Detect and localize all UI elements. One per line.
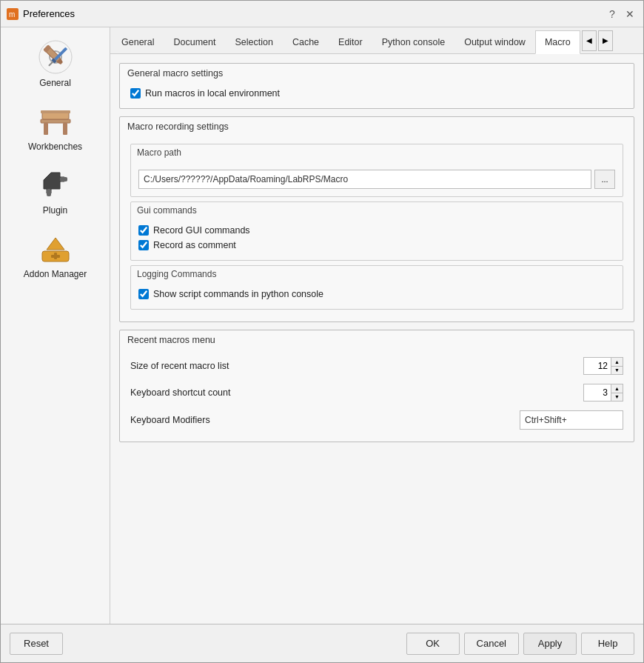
recent-macro-size-spinbox: ▲ ▼ bbox=[583, 357, 623, 375]
svg-rect-14 bbox=[41, 110, 70, 113]
tab-macro[interactable]: Macro bbox=[535, 30, 580, 54]
recent-macro-size-input[interactable] bbox=[584, 358, 611, 374]
keyboard-modifiers-row: Keyboard Modifiers bbox=[130, 406, 623, 434]
macro-recording-section: Macro recording settings Macro path ... bbox=[119, 116, 634, 322]
tab-cache[interactable]: Cache bbox=[283, 30, 329, 54]
close-button[interactable]: ✕ bbox=[623, 7, 637, 21]
title-bar-left: m Preferences bbox=[7, 8, 75, 20]
cancel-button[interactable]: Cancel bbox=[464, 633, 519, 655]
keyboard-shortcut-row: Keyboard shortcut count ▲ ▼ bbox=[130, 379, 623, 406]
logging-commands-inner: Show script commands in python console bbox=[131, 282, 623, 309]
tab-nav-right[interactable]: ▶ bbox=[598, 30, 613, 51]
svg-rect-15 bbox=[60, 177, 67, 181]
plugin-icon bbox=[38, 167, 73, 202]
record-gui-label: Record GUI commands bbox=[153, 225, 250, 236]
ok-button[interactable]: OK bbox=[406, 633, 460, 655]
macro-recording-title: Macro recording settings bbox=[120, 117, 634, 135]
app-icon: m bbox=[7, 8, 19, 20]
tab-output-window[interactable]: Output window bbox=[455, 30, 535, 54]
record-gui-row: Record GUI commands bbox=[138, 223, 615, 238]
keyboard-shortcut-buttons: ▲ ▼ bbox=[611, 384, 623, 401]
preferences-window: m Preferences ? ✕ bbox=[0, 0, 644, 663]
keyboard-shortcut-down[interactable]: ▼ bbox=[611, 393, 623, 402]
keyboard-shortcut-input[interactable] bbox=[584, 384, 611, 401]
recent-macro-size-up[interactable]: ▲ bbox=[611, 358, 623, 367]
content-area: General macro settings Run macros in loc… bbox=[110, 54, 643, 624]
run-macros-checkbox[interactable] bbox=[130, 88, 141, 99]
keyboard-modifiers-label: Keyboard Modifiers bbox=[130, 415, 520, 425]
sidebar-item-general[interactable]: General bbox=[4, 33, 107, 94]
svg-rect-16 bbox=[47, 189, 51, 196]
show-script-checkbox[interactable] bbox=[138, 289, 149, 299]
recent-macros-title: Recent macros menu bbox=[120, 330, 634, 348]
keyboard-modifiers-input[interactable] bbox=[520, 410, 623, 430]
svg-marker-18 bbox=[47, 238, 64, 250]
svg-rect-20 bbox=[54, 253, 57, 259]
svg-text:m: m bbox=[9, 10, 15, 19]
general-icon bbox=[38, 39, 73, 75]
run-macros-label: Run macros in local environment bbox=[145, 88, 280, 99]
gui-commands-subsection: Gui commands Record GUI commands Record … bbox=[130, 201, 623, 261]
svg-rect-13 bbox=[63, 123, 67, 135]
help-window-button[interactable]: ? bbox=[605, 7, 620, 21]
recent-macros-section: Recent macros menu Size of recent macro … bbox=[119, 330, 634, 442]
show-script-row: Show script commands in python console bbox=[138, 287, 615, 301]
gui-commands-inner: Record GUI commands Record as comment bbox=[131, 219, 623, 260]
sidebar-workbenches-label: Workbenches bbox=[28, 141, 82, 152]
main-content: General Workbenches bbox=[1, 27, 643, 624]
reset-button[interactable]: Reset bbox=[10, 633, 63, 655]
tab-nav-left[interactable]: ◀ bbox=[582, 30, 597, 51]
addon-manager-icon bbox=[38, 230, 73, 266]
record-comment-checkbox[interactable] bbox=[138, 240, 149, 250]
workbenches-icon bbox=[38, 103, 73, 139]
sidebar-addon-manager-label: Addon Manager bbox=[24, 269, 87, 279]
sidebar-plugin-label: Plugin bbox=[43, 205, 67, 216]
tab-selection[interactable]: Selection bbox=[225, 30, 282, 54]
record-gui-checkbox[interactable] bbox=[138, 225, 149, 236]
help-button[interactable]: Help bbox=[581, 633, 634, 655]
macro-path-input[interactable] bbox=[138, 170, 591, 189]
sidebar-general-label: General bbox=[39, 78, 71, 88]
tab-document[interactable]: Document bbox=[164, 30, 225, 54]
recent-macro-size-down[interactable]: ▼ bbox=[611, 367, 623, 375]
macro-path-row: ... bbox=[138, 170, 615, 189]
bottom-right-buttons: OK Cancel Apply Help bbox=[406, 633, 634, 655]
keyboard-shortcut-up[interactable]: ▲ bbox=[611, 384, 623, 393]
macro-recording-inner: Macro path ... Gui commands bbox=[120, 135, 634, 321]
recent-macro-size-label: Size of recent macro list bbox=[130, 361, 583, 371]
title-bar-controls: ? ✕ bbox=[605, 7, 637, 21]
sidebar-item-plugin[interactable]: Plugin bbox=[4, 161, 107, 221]
browse-button[interactable]: ... bbox=[594, 170, 615, 189]
sidebar-item-workbenches[interactable]: Workbenches bbox=[4, 97, 107, 158]
tab-python-console[interactable]: Python console bbox=[372, 30, 455, 54]
svg-rect-9 bbox=[48, 61, 53, 67]
macro-path-inner: ... bbox=[131, 161, 623, 196]
record-comment-row: Record as comment bbox=[138, 238, 615, 253]
title-bar: m Preferences ? ✕ bbox=[1, 1, 643, 27]
window-title: Preferences bbox=[23, 8, 75, 19]
gui-commands-title: Gui commands bbox=[131, 202, 623, 219]
general-macro-title: General macro settings bbox=[120, 64, 634, 81]
right-panel: General Document Selection Cache Editor … bbox=[110, 27, 643, 624]
tab-editor[interactable]: Editor bbox=[329, 30, 372, 54]
tab-general[interactable]: General bbox=[112, 30, 164, 54]
logging-commands-title: Logging Commands bbox=[131, 266, 623, 282]
macro-path-title: Macro path bbox=[131, 144, 623, 161]
svg-rect-10 bbox=[41, 119, 70, 123]
sidebar: General Workbenches bbox=[1, 27, 110, 624]
tabs-bar: General Document Selection Cache Editor … bbox=[110, 27, 643, 54]
recent-macro-size-row: Size of recent macro list ▲ ▼ bbox=[130, 353, 623, 379]
keyboard-shortcut-spinbox: ▲ ▼ bbox=[583, 384, 623, 402]
logging-commands-subsection: Logging Commands Show script commands in… bbox=[130, 265, 623, 310]
show-script-label: Show script commands in python console bbox=[153, 289, 323, 299]
svg-rect-12 bbox=[44, 123, 48, 135]
general-macro-section: General macro settings Run macros in loc… bbox=[119, 63, 634, 109]
bottom-bar: Reset OK Cancel Apply Help bbox=[1, 624, 643, 662]
sidebar-item-addon-manager[interactable]: Addon Manager bbox=[4, 224, 107, 285]
apply-button[interactable]: Apply bbox=[523, 633, 577, 655]
recent-macro-size-buttons: ▲ ▼ bbox=[611, 358, 623, 374]
record-comment-label: Record as comment bbox=[153, 240, 236, 250]
run-macros-row: Run macros in local environment bbox=[130, 86, 623, 101]
macro-path-subsection: Macro path ... bbox=[130, 144, 623, 197]
keyboard-shortcut-label: Keyboard shortcut count bbox=[130, 387, 583, 398]
